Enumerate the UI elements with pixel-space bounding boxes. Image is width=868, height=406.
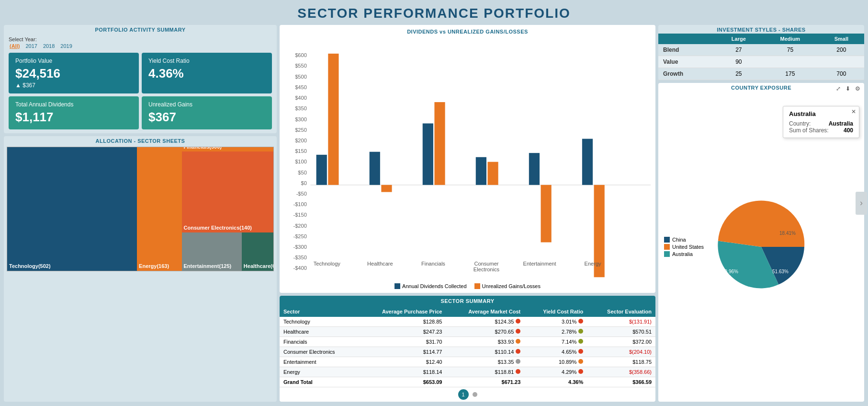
table-row: Blend 27 75 200 xyxy=(658,44,864,56)
year-all-button[interactable]: (All) xyxy=(9,43,21,49)
year-2018-button[interactable]: 2018 xyxy=(42,43,56,49)
investment-styles-panel: INVESTMENT STYLES - SHARES Large Medium … xyxy=(658,25,864,80)
medium-value: 175 xyxy=(762,68,819,80)
bar-chart-legend: Annual Dividends Collected Unrealized Ga… xyxy=(284,283,651,289)
style-name: Growth xyxy=(658,68,716,80)
inv-col-style xyxy=(658,34,716,44)
svg-rect-31 xyxy=(476,157,486,185)
sector-name: Entertainment xyxy=(280,357,357,367)
avg-market: $270.65 xyxy=(446,327,524,337)
svg-text:-$300: -$300 xyxy=(293,244,307,250)
svg-text:$550: $550 xyxy=(295,63,307,69)
bar-chart-svg: $600 $550 $500 $450 $400 $350 $300 $250 … xyxy=(284,35,651,282)
inv-col-large: Large xyxy=(716,34,762,44)
avg-purchase: $31.70 xyxy=(357,337,446,347)
table-row: Energy $118.14 $118.81 4.29% $(358.66) xyxy=(280,367,655,377)
style-name: Value xyxy=(658,56,716,68)
tooltip-country-value: Australia xyxy=(829,120,853,127)
svg-text:Healthcare: Healthcare xyxy=(367,261,393,267)
year-buttons: (All) 2017 2018 2019 xyxy=(9,43,272,49)
year-2017-button[interactable]: 2017 xyxy=(24,43,38,49)
svg-text:-$150: -$150 xyxy=(293,212,307,218)
svg-text:51.63%: 51.63% xyxy=(772,269,789,274)
investment-styles-title: INVESTMENT STYLES - SHARES xyxy=(658,25,864,34)
treemap-entertainment[interactable]: Entertainment(125) xyxy=(182,232,242,271)
total-dividends-card: Total Annual Dividends $1,117 xyxy=(9,96,139,129)
treemap-healthcare[interactable]: Healthcare(62) xyxy=(242,232,273,271)
legend-us: United States xyxy=(664,244,704,250)
year-2019-button[interactable]: 2019 xyxy=(59,43,73,49)
tooltip-close-button[interactable]: ✕ xyxy=(851,108,856,115)
treemap-energy[interactable]: Energy(163) xyxy=(137,147,181,271)
sector-evaluation: $(131.91) xyxy=(587,317,655,327)
country-tooltip: ✕ Australia Country: Australia Sum of Sh… xyxy=(783,106,859,138)
svg-rect-23 xyxy=(328,54,338,185)
svg-text:$400: $400 xyxy=(295,95,307,101)
portfolio-value-amount: $24,516 xyxy=(15,66,132,81)
next-page-arrow[interactable]: › xyxy=(856,192,867,215)
unrealized-gains-label: Unrealized Gains xyxy=(148,101,265,108)
large-value: 90 xyxy=(716,56,762,68)
svg-text:-$250: -$250 xyxy=(293,233,307,239)
sector-name: Grand Total xyxy=(280,377,357,387)
page-1[interactable]: 1 xyxy=(458,389,469,400)
table-row: Entertainment $12.40 $13.35 10.89% $118.… xyxy=(280,357,655,367)
center-column: DIVIDENDS vs UNREALIZED GAINS/LOSSES $60… xyxy=(277,25,658,402)
yield-ratio: 4.65% xyxy=(524,347,587,357)
svg-text:$100: $100 xyxy=(295,159,307,164)
year-select-label: Select Year: xyxy=(9,36,272,42)
pie-chart-svg: 18.41% 30.96% 51.63% xyxy=(713,199,809,295)
yield-ratio: 3.01% xyxy=(524,317,587,327)
page-2[interactable] xyxy=(473,392,477,397)
tooltip-country-row: Country: Australia xyxy=(789,120,853,127)
pie-chart-area: China United States Australia xyxy=(658,92,864,402)
avg-purchase: $118.14 xyxy=(357,367,446,377)
col-avg-purchase: Average Purchase Price xyxy=(357,306,446,317)
table-row: Healthcare $247.23 $270.65 2.78% $570.51 xyxy=(280,327,655,337)
treemap-financials[interactable]: Financials(300) xyxy=(182,147,273,151)
svg-rect-35 xyxy=(529,153,540,185)
legend-dividends-label: Annual Dividends Collected xyxy=(402,283,467,289)
country-exposure-panel: COUNTRY EXPOSURE ⤢ ⬇ ⚙ China xyxy=(658,83,864,402)
svg-text:$300: $300 xyxy=(295,116,307,122)
svg-text:Consumer: Consumer xyxy=(474,261,498,267)
total-dividends-value: $1,117 xyxy=(15,110,132,125)
col-evaluation: Sector Evaluation xyxy=(587,306,655,317)
yield-cost-value: 4.36% xyxy=(148,66,265,81)
svg-rect-28 xyxy=(423,123,433,185)
yield-ratio: 4.29% xyxy=(524,367,587,377)
yield-ratio: 7.14% xyxy=(524,337,587,347)
unrealized-legend-color xyxy=(474,283,480,289)
legend-china: China xyxy=(664,237,704,243)
avg-purchase: $12.40 xyxy=(357,357,446,367)
legend-australia: Australia xyxy=(664,251,704,257)
treemap-consumer[interactable]: Consumer Electronics(140) xyxy=(182,151,273,232)
svg-text:-$350: -$350 xyxy=(293,255,307,260)
svg-text:$0: $0 xyxy=(301,180,307,186)
dividends-legend-color xyxy=(395,283,400,289)
portfolio-value-sub: ▲ $367 xyxy=(15,82,132,89)
portfolio-activity-panel: PORTFOLIO ACTIVITY SUMMARY Select Year: … xyxy=(4,25,277,133)
china-color xyxy=(664,237,670,243)
svg-text:18.41%: 18.41% xyxy=(779,231,796,236)
portfolio-summary-title: PORTFOLIO ACTIVITY SUMMARY xyxy=(4,25,277,34)
sector-name: Financials xyxy=(280,337,357,347)
table-row: Technology $128.85 $124.35 3.01% $(131.9… xyxy=(280,317,655,327)
unrealized-gains-card: Unrealized Gains $367 xyxy=(142,96,272,129)
table-row: Grand Total $653.09 $671.23 4.36% $366.5… xyxy=(280,377,655,387)
investment-styles-table: Large Medium Small Blend 27 75 200 Value… xyxy=(658,34,864,80)
small-value: 700 xyxy=(819,68,864,80)
australia-color xyxy=(664,251,670,257)
col-avg-market: Average Market Cost xyxy=(446,306,524,317)
large-value: 27 xyxy=(716,44,762,56)
col-sector: Sector xyxy=(280,306,357,317)
bar-chart-title: DIVIDENDS vs UNREALIZED GAINS/LOSSES xyxy=(284,27,651,35)
svg-rect-25 xyxy=(370,152,380,185)
svg-text:Electronics: Electronics xyxy=(473,267,500,272)
yield-ratio: 10.89% xyxy=(524,357,587,367)
sector-evaluation: $(204.10) xyxy=(587,347,655,357)
sector-evaluation: $366.59 xyxy=(587,377,655,387)
treemap-technology[interactable]: Technology(502) xyxy=(7,147,137,271)
svg-text:-$100: -$100 xyxy=(293,201,307,207)
page-title: SECTOR PERFORMANCE PORTFOLIO xyxy=(0,0,868,25)
